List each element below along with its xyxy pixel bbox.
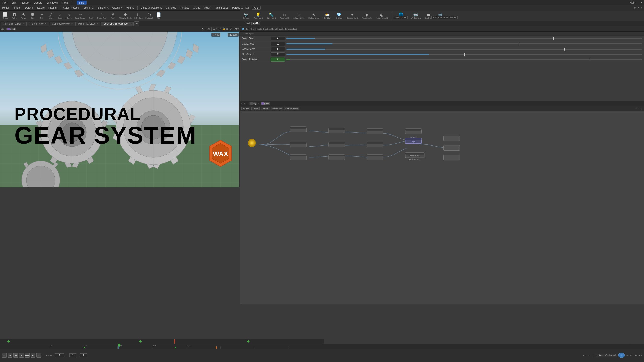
btn-stop[interactable]: ⏹ (14, 353, 18, 358)
rh3-vrcam[interactable]: 🥽 VR Camera (409, 12, 422, 20)
np-forward[interactable]: ▷ (244, 102, 246, 105)
btn-jump-start[interactable]: ⏮ (2, 353, 7, 358)
tb-deform[interactable]: Deform (24, 6, 34, 9)
tool-circle[interactable]: ○ Circle (56, 12, 64, 20)
btn-next-key[interactable]: ▶| (31, 353, 36, 358)
tab-composite-view[interactable]: Composite View × (50, 22, 75, 26)
help-icon[interactable]: ? (237, 27, 239, 31)
param-slider-gear3teeth-a[interactable] (286, 49, 642, 50)
param-value-gear1teeth[interactable]: 6 (270, 37, 285, 40)
tab-composite-view-close[interactable]: × (71, 23, 72, 25)
tb-polygon[interactable]: Polygon (11, 6, 22, 9)
rh2-list-icon[interactable]: ☰ (241, 7, 243, 9)
take-list-label[interactable]: Take List ▶ (393, 16, 408, 19)
rh2-bookmark[interactable]: ★ (641, 7, 642, 9)
tool-tube[interactable]: ⊓ Tube (10, 12, 19, 20)
tool-torus[interactable]: ⊙ Torus (19, 12, 28, 20)
tb-model[interactable]: Model (1, 6, 10, 9)
rh3-caustic[interactable]: ✦ Caustic Light (345, 12, 359, 20)
param-slider-handle-2[interactable] (564, 48, 565, 50)
viewport-path-geo[interactable]: geo1 (6, 27, 16, 30)
rh3-pointlight[interactable]: 💡 Point Light (252, 12, 264, 20)
tb-cloudfx[interactable]: Cloud FX (111, 6, 124, 9)
node-canvas[interactable]: merge1 postextrude1 (240, 106, 644, 304)
rh2-flag[interactable]: ⚑ (637, 7, 639, 9)
tool-roll[interactable]: ↩ Roll (38, 12, 46, 20)
np-path-obj[interactable]: obj (249, 102, 257, 105)
rh3-amblight[interactable]: ◎ Ambient Light (374, 12, 389, 20)
rh3-skylight[interactable]: ⛅ Sky Light (322, 12, 333, 20)
geo-display[interactable]: ⚙ (229, 27, 232, 31)
tool-lsystem[interactable]: ∟ L-System (133, 12, 144, 20)
tool-grid[interactable]: ▦ Grid (28, 12, 37, 20)
np-path-geo[interactable]: geo1 (260, 102, 270, 105)
btn-jump-end[interactable]: ⏭ (36, 353, 41, 358)
tb-lights[interactable]: Lights and Cameras (140, 6, 164, 9)
range-start-input[interactable] (69, 353, 76, 357)
render-tool[interactable]: ◉ (226, 27, 229, 31)
rh3-geolight[interactable]: 💎 Gl Light (334, 12, 344, 20)
select-tool[interactable]: ↖ (202, 27, 204, 31)
tool-path[interactable]: — Path (87, 12, 96, 20)
param-value-gear1rotation[interactable]: 0 (270, 58, 285, 61)
tool-drawcurve[interactable]: ✏ Draw Curve (74, 12, 86, 20)
tool-line[interactable]: ╱ Line (46, 12, 55, 20)
menu-help[interactable]: Help (61, 1, 69, 4)
tab-motion-fx-close[interactable]: × (96, 23, 98, 25)
tool-file[interactable]: 📄 File (154, 12, 163, 20)
tool-spray[interactable]: ⁙ Spray Paint (96, 12, 108, 20)
tb-texture[interactable]: Texture (36, 6, 46, 9)
tab-geo-spreadsheet-close[interactable]: × (130, 23, 131, 25)
tb-terrain[interactable]: Terrain FX (82, 6, 95, 9)
param-value-gear2teeth[interactable]: 10 (270, 42, 285, 46)
rotate-tool[interactable]: ↻ (208, 27, 210, 31)
tab-render-view[interactable]: Render View × (27, 22, 49, 26)
perf-monitor-label[interactable]: Performance Monitor ▶ (432, 16, 458, 19)
cam-button[interactable]: No cam (228, 33, 239, 37)
rh2-null-input[interactable]: null1 (252, 6, 260, 9)
tb-vellum[interactable]: Vellum (203, 6, 212, 9)
tab-render-view-close[interactable]: × (45, 23, 46, 25)
rh3-spotlight[interactable]: 🔦 Spot Light (266, 12, 277, 20)
menu-windows[interactable]: Windows (46, 1, 59, 4)
tab-animation-editor[interactable]: Animation Editor × (1, 22, 26, 26)
tool-curve[interactable]: ∿ Curve (65, 12, 73, 20)
tab-add[interactable]: + (134, 21, 139, 26)
param-slider-handle-4[interactable] (589, 58, 589, 61)
persp-button[interactable]: Persp (212, 33, 220, 37)
param-slider-handle-3[interactable] (464, 53, 465, 56)
null-name-field[interactable]: null1 (252, 21, 260, 25)
menu-render[interactable]: Render (20, 1, 30, 4)
rh2-settings[interactable]: ⚙ (634, 7, 636, 9)
move-tool[interactable]: ✛ (205, 27, 207, 31)
tool-shape[interactable]: ⬜ Shape (1, 12, 10, 20)
rh3-portal[interactable]: ◈ Portal Light (360, 12, 373, 20)
snap-tool[interactable]: ⊞ (213, 27, 215, 31)
np-back[interactable]: ◁ (241, 102, 243, 105)
tb-rigging[interactable]: Rigging (47, 6, 58, 9)
tb-grains[interactable]: Grains (192, 6, 201, 9)
tab-geometry-spreadsheet[interactable]: Geometry Spreadsheet × (101, 22, 134, 26)
rh3-camera[interactable]: 📷 Camera (241, 12, 251, 20)
maximize-icon[interactable]: ⊡ (235, 27, 237, 31)
light-tool[interactable]: ☀ (219, 27, 222, 31)
menu-build[interactable]: Build (77, 1, 86, 4)
key-frame-button[interactable] (618, 353, 625, 358)
btn-play[interactable]: ▶ (19, 353, 24, 358)
tab-animation-editor-close[interactable]: × (23, 23, 24, 25)
param-value-gear3teeth-a[interactable]: 8 (270, 47, 285, 51)
rh3-arealight[interactable]: □ Area Light (278, 12, 290, 20)
tb-rigid[interactable]: Rigid Bodies (214, 6, 230, 9)
copy-input-checkbox[interactable] (242, 28, 244, 30)
menu-edit[interactable]: Edit (10, 1, 17, 4)
tb-simplefx[interactable]: Simple FX (96, 6, 110, 9)
rh3-envlight[interactable]: ○ Volume Light (292, 12, 306, 20)
tool-metaball[interactable]: ⬡ Metaball (144, 12, 154, 20)
frame-current-input[interactable] (55, 353, 64, 357)
vis-tool[interactable]: 👁 (216, 27, 218, 31)
param-slider-gear1teeth[interactable] (286, 38, 642, 39)
tool-platonic[interactable]: ◆ Platonic Solids (118, 12, 133, 20)
param-slider-gear1rotation[interactable] (286, 59, 642, 60)
tab-motion-fx[interactable]: Motion FX View × (76, 22, 100, 26)
main-viewport[interactable]: PROCEDURAL GEAR SYSTEM Persp No cam WAX (0, 32, 240, 187)
